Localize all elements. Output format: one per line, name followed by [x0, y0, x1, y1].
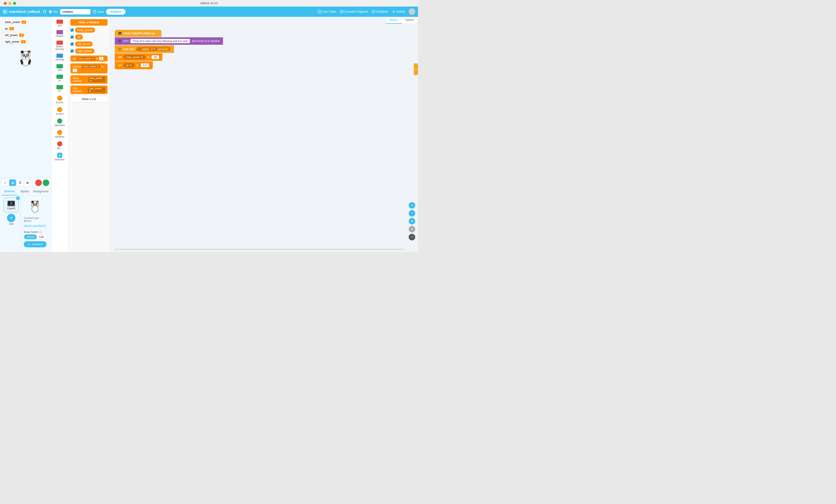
list-view-btn[interactable]: ☰ [17, 179, 23, 186]
set-var-dropdown[interactable]: base_power ▼ [77, 57, 95, 60]
var-badge-left-power[interactable]: left_power 0 [3, 33, 26, 38]
category-ai[interactable]: AI [51, 73, 68, 83]
category-display[interactable]: Display [51, 29, 68, 39]
file-menu-button[interactable]: File [49, 10, 58, 14]
project-title-input[interactable] [60, 9, 91, 15]
go-button[interactable] [43, 179, 49, 186]
tab-background[interactable]: Background [33, 188, 49, 195]
var-checkbox-left-power[interactable] [71, 42, 74, 46]
set-base-power-block[interactable]: set base_power ▼ to 40 [115, 53, 162, 61]
mode-switch: Mode Switch i Upload Live [24, 231, 46, 239]
upload-mode-btn[interactable]: Upload [24, 234, 37, 239]
zoom-out-button[interactable]: − [408, 210, 415, 217]
show-variable-block[interactable]: show variable base_power ▼ [71, 75, 108, 84]
zoom-in-button[interactable]: + [408, 202, 415, 209]
var-value-left-power: 0 [19, 34, 24, 37]
wait-button-choice[interactable]: B ▼ [150, 47, 157, 51]
var-badge-kp[interactable]: kp 0 [3, 26, 16, 31]
cyberpi-device-item[interactable]: ✕ CyberPi [4, 197, 19, 212]
hide-variable-block[interactable]: hide variable base_power ▼ [71, 85, 108, 94]
set-kp-var[interactable]: kp ▼ [124, 63, 134, 67]
add-device-button[interactable]: + [7, 214, 15, 222]
svg-point-13 [393, 11, 394, 12]
category-sensing[interactable]: Sensing [51, 52, 68, 62]
file-icon [49, 10, 52, 13]
var-badge-base-power[interactable]: base_power 0 [3, 20, 28, 25]
reset-view-button[interactable]: ⟳ [408, 218, 415, 225]
print-message[interactable]: Press B to start color line following an… [130, 39, 190, 43]
expand-view-btn[interactable]: ⤢ [2, 179, 8, 186]
publish-button[interactable]: Publish [106, 9, 126, 15]
change-variable-block[interactable]: change base_power ▼ by 1 [71, 63, 108, 74]
show-var-dropdown[interactable]: base_power ▼ [89, 77, 105, 82]
category-sidebar: LED Display Motion Sensing Sensing LAN A… [51, 17, 68, 252]
feedback-link[interactable]: Feedback [372, 10, 388, 13]
var-chip-kp[interactable]: kp [75, 35, 83, 40]
event-block[interactable]: when CyberPi starts up [115, 30, 162, 37]
set-bp-value[interactable]: 40 [152, 55, 159, 59]
var-chip-left-power[interactable]: left_power [75, 41, 93, 46]
wait-until-block[interactable]: wait until button B ▼ pressed? [115, 45, 174, 53]
set-variable-block[interactable]: set base_power ▼ to 0 [71, 56, 108, 61]
set-kp-block[interactable]: set kp ▼ to 0.5 [115, 61, 153, 69]
category-operators[interactable]: Operators [51, 117, 68, 128]
avatar[interactable] [408, 8, 415, 15]
var-checkbox-kp[interactable] [71, 35, 74, 39]
device-close-btn[interactable]: ✕ [16, 196, 20, 200]
print-block[interactable]: print Press B to start color line follow… [115, 37, 223, 45]
horizontal-scrollbar[interactable] [115, 249, 404, 250]
tab-devices[interactable]: Devices [2, 188, 17, 195]
set-kp-value[interactable]: 0.5 [140, 63, 150, 67]
example-programs-link[interactable]: Example Programs [340, 10, 368, 13]
category-my-blocks[interactable]: My... [51, 140, 68, 151]
stop-button[interactable] [35, 179, 42, 186]
refresh-icon[interactable] [43, 10, 46, 14]
var-checkbox-right-power[interactable] [71, 50, 74, 53]
grid4-view-btn[interactable]: ⊞ [24, 179, 31, 186]
set-bp-var[interactable]: base_power ▼ [124, 55, 146, 59]
minimize-button[interactable] [8, 2, 12, 5]
save-button[interactable]: Save [93, 10, 104, 14]
svg-rect-11 [340, 11, 343, 13]
category-variables[interactable]: Variables [51, 129, 68, 139]
var-badge-right-power[interactable]: right_power 0 [3, 39, 28, 44]
var-chip-base-power[interactable]: base_power [75, 27, 95, 33]
hide-var-dropdown[interactable]: base_power ▼ [88, 87, 105, 93]
set-kp-to: to [136, 64, 138, 67]
live-mode-btn[interactable]: Live [37, 234, 46, 239]
category-extension[interactable]: + extension [51, 151, 68, 162]
category-lan[interactable]: LAN [51, 63, 68, 73]
tab-python[interactable]: Python [402, 17, 418, 23]
connect-button[interactable]: Connect [24, 241, 46, 247]
setting-link[interactable]: Setting [392, 10, 405, 13]
expand-code-button[interactable]: </> [414, 63, 418, 75]
wait-condition[interactable]: button B ▼ pressed? [136, 47, 171, 51]
tab-sprites[interactable]: Sprites [17, 188, 32, 195]
set-value[interactable]: 0 [99, 57, 103, 60]
category-iot[interactable]: IoT [51, 84, 68, 94]
make-variable-button[interactable]: Make a Variable [71, 19, 108, 26]
category-control[interactable]: Control [51, 105, 68, 117]
undo-button[interactable]: ↺ [408, 226, 415, 232]
add-device-area: + Add [4, 214, 19, 225]
grid2-view-btn[interactable]: ▦ [10, 179, 16, 186]
category-events[interactable]: Events [51, 94, 68, 105]
change-var-dropdown[interactable]: base_power ▼ [82, 65, 100, 68]
svg-point-17 [20, 51, 23, 54]
code-block-group-main: when CyberPi starts up print Press B to … [115, 30, 223, 69]
tab-blocks[interactable]: Blocks [386, 17, 401, 23]
category-led[interactable]: LED [51, 18, 68, 28]
set-bp-label: set [118, 56, 122, 59]
category-motion-sensing[interactable]: Motion Sensing [51, 39, 68, 52]
make-list-button[interactable]: Make a List [71, 96, 108, 102]
change-value[interactable]: 1 [73, 69, 77, 72]
close-button[interactable] [4, 2, 7, 5]
maximize-button[interactable] [13, 2, 16, 5]
how-to-use-device-link[interactable]: How to use device? [24, 224, 46, 227]
user-guide-link[interactable]: ? User Guide [318, 10, 336, 13]
equals-button[interactable]: = [408, 234, 415, 240]
svg-point-26 [27, 55, 28, 55]
var-chip-right-power[interactable]: right_power [75, 49, 94, 54]
var-checkbox-base-power[interactable] [71, 28, 74, 32]
var-name-kp: kp [5, 27, 8, 30]
